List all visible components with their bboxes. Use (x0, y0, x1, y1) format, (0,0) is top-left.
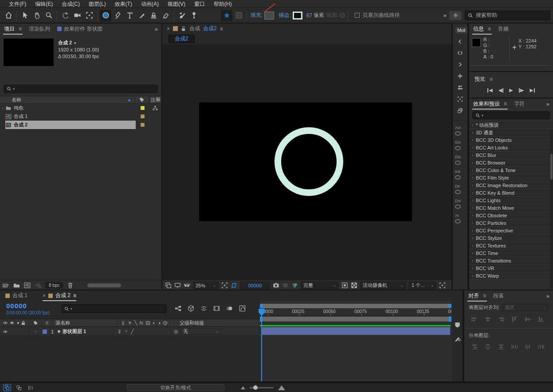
motion-blur-icon[interactable] (226, 305, 233, 312)
motion-tool-item[interactable]: Ar (455, 213, 461, 223)
tab-character[interactable]: 字符 (514, 100, 525, 108)
effect-category-row[interactable]: › BCC Time (469, 250, 553, 257)
preview-title[interactable]: 预览 (475, 75, 485, 83)
audio-column-icon[interactable] (10, 320, 15, 325)
rotation-tool-icon[interactable] (59, 10, 71, 21)
distribute-left-button[interactable] (509, 342, 520, 351)
pixel-aspect-correction-icon[interactable] (439, 282, 446, 289)
comp-name[interactable]: 合成 2 (58, 40, 72, 45)
motion-tool-item[interactable]: Dis (455, 155, 461, 165)
menu-item[interactable]: 合成(C) (57, 0, 84, 8)
stroke-label[interactable]: 描边: (278, 12, 290, 19)
current-frame-display[interactable]: 00000 (6, 302, 50, 309)
align-center-vertical-button[interactable] (522, 315, 533, 324)
shape-creates-shape-icon[interactable] (221, 10, 232, 21)
bit-depth-button[interactable]: 8 bpc (45, 282, 63, 289)
toolbar-overflow-chevron[interactable]: » (443, 12, 446, 19)
menu-item[interactable]: 视图(V) (163, 0, 190, 8)
parent-link-column-header[interactable]: 父级和链接 (175, 320, 260, 326)
panel-overflow-chevron[interactable]: » (546, 293, 549, 299)
twirl-icon[interactable]: › (472, 228, 473, 233)
transparency-grid-icon[interactable] (351, 282, 357, 289)
twirl-icon[interactable]: › (472, 183, 473, 188)
horizontal-scrollbar[interactable] (87, 283, 121, 287)
3d-glasses-icon[interactable] (184, 282, 190, 289)
search-help-input[interactable]: 搜索帮助 (465, 11, 550, 20)
label-column-tag-icon[interactable] (31, 321, 40, 325)
selection-tool-icon[interactable] (19, 10, 31, 21)
effect-category-row[interactable]: › BCC Film Style (469, 174, 553, 182)
twirl-icon[interactable]: › (472, 123, 473, 127)
effect-category-row[interactable]: › BCC Image Restoration (469, 182, 553, 189)
motion-tool-item[interactable]: Axi (455, 125, 461, 136)
effects-search-input[interactable]: ▾ (472, 111, 550, 119)
twirl-icon[interactable]: › (472, 274, 473, 278)
effect-category-row[interactable]: › BCC Match Move (469, 204, 553, 212)
first-frame-button[interactable]: ◀ (487, 87, 492, 93)
twirl-icon[interactable]: › (472, 213, 473, 218)
panel-overflow-chevron[interactable]: » (546, 101, 549, 107)
layer-anchor-switch-icon[interactable] (117, 329, 122, 334)
last-frame-button[interactable]: ▶ (529, 87, 534, 93)
effect-category-row[interactable]: › BCC 3D Objects (469, 137, 553, 144)
playhead-line[interactable] (261, 309, 262, 381)
effect-category-row[interactable]: › BCC Key & Blend (469, 189, 553, 197)
home-icon[interactable] (3, 10, 14, 21)
distribute-top-button[interactable] (469, 342, 480, 351)
panel-menu-icon[interactable]: ≡ (504, 101, 507, 107)
layer-name[interactable]: 形状图层 1 (63, 328, 112, 335)
roi-grid-icon[interactable] (221, 282, 228, 289)
layer-label-chip[interactable] (42, 329, 47, 334)
fx-switch-icon[interactable]: fx (140, 320, 144, 326)
zoom-slider-knob[interactable] (253, 385, 258, 390)
lock-column-icon[interactable] (21, 321, 26, 325)
fill-label[interactable]: 填充: (251, 12, 263, 19)
bezier-path-checkbox[interactable] (355, 13, 360, 18)
motion-tool-item[interactable]: Dis (455, 199, 461, 209)
twirl-icon[interactable]: › (472, 161, 473, 165)
twirl-icon[interactable]: › (472, 153, 473, 157)
playhead-handle[interactable] (259, 309, 265, 315)
twirl-icon[interactable]: › (472, 130, 473, 135)
effect-category-row[interactable]: › BCC Lights (469, 197, 553, 204)
effect-category-row[interactable]: › BCC Color & Tone (469, 167, 553, 174)
shape-creates-mask-icon[interactable] (233, 10, 244, 21)
layer-row-shape-layer-1[interactable]: › 1 ★ 形状图层 1 ☀ ╱ ◎ 无⌄ (0, 327, 260, 336)
align-center-horizontal-button[interactable] (482, 315, 493, 324)
label-color-chip[interactable] (140, 122, 145, 127)
close-icon[interactable]: × (43, 293, 46, 299)
distribute-center-vertical-button[interactable] (482, 342, 493, 351)
effect-category-row[interactable]: › BCC Browser (469, 159, 553, 167)
effect-category-row[interactable]: › BCC Perspective (469, 227, 553, 235)
effect-category-row[interactable]: › BCC Transitions (469, 257, 553, 265)
motion-blur-switch-icon[interactable]: ◐ (153, 320, 156, 326)
frame-blend-switch-icon[interactable] (145, 320, 150, 326)
layer-twirl-icon[interactable]: › (31, 329, 40, 334)
quality-switch-icon[interactable]: ☀ (128, 320, 132, 326)
camera-dropdown[interactable]: 活动摄像机⌄ (360, 282, 406, 290)
zoom-out-mountain-icon[interactable] (241, 386, 245, 389)
new-composition-icon[interactable] (24, 282, 31, 288)
collapse-horizontal-icon[interactable] (457, 50, 463, 56)
project-row-comp2-selected[interactable]: 合成 2 (0, 121, 161, 129)
label-column-tag-icon[interactable] (135, 97, 149, 102)
twirl-icon[interactable]: › (472, 236, 473, 240)
adjustment-switch-icon[interactable]: ◑ (158, 320, 161, 326)
panel-menu-icon[interactable]: ≡ (220, 26, 223, 32)
label-color-chip[interactable] (140, 114, 145, 119)
menu-item[interactable]: 图层(L) (84, 0, 110, 8)
eye-column-icon[interactable] (3, 320, 8, 325)
project-row-solids[interactable]: › 纯色 (0, 104, 161, 112)
expand-in-out-columns-icon[interactable] (26, 384, 34, 391)
effect-category-row[interactable]: › BCC Obsolete (469, 212, 553, 220)
play-button[interactable]: ▶ (509, 87, 513, 93)
twirl-icon[interactable]: › (472, 221, 473, 225)
toggle-switches-modes-button[interactable]: 切换开关/模式 (127, 384, 224, 391)
project-row-comp1[interactable]: 合成 1 (0, 112, 161, 121)
column-name[interactable]: 名称 (0, 97, 127, 103)
quality-pencil-icon[interactable] (454, 335, 461, 342)
wireframe-switch-icon[interactable]: ╲ (134, 320, 137, 326)
effect-category-row[interactable]: › 3D 通道 (469, 129, 553, 137)
camera-tool-icon[interactable] (71, 10, 83, 21)
zoom-level-dropdown[interactable]: 25%⌄ (193, 282, 219, 290)
